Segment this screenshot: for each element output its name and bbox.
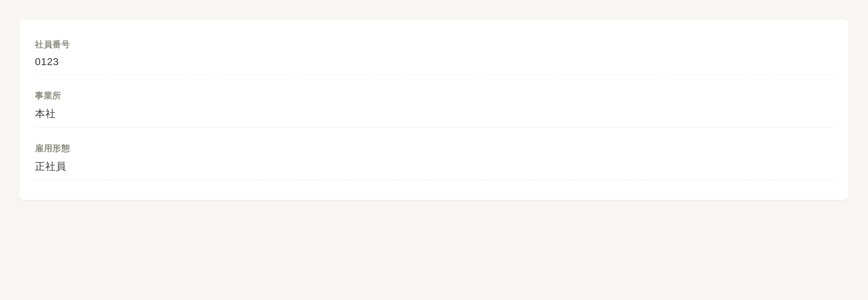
field-employee-number: 社員番号 0123 [35, 35, 833, 75]
employee-info-card: 社員番号 0123 事業所 本社 雇用形態 正社員 [19, 19, 849, 200]
field-employment-type: 雇用形態 正社員 [35, 139, 833, 181]
field-value-employee-number: 0123 [35, 56, 833, 68]
field-label-employment-type: 雇用形態 [35, 143, 833, 154]
field-office: 事業所 本社 [35, 86, 833, 128]
field-value-office: 本社 [35, 107, 833, 121]
field-label-employee-number: 社員番号 [35, 39, 833, 50]
field-label-office: 事業所 [35, 90, 833, 102]
field-value-employment-type: 正社員 [35, 160, 833, 173]
